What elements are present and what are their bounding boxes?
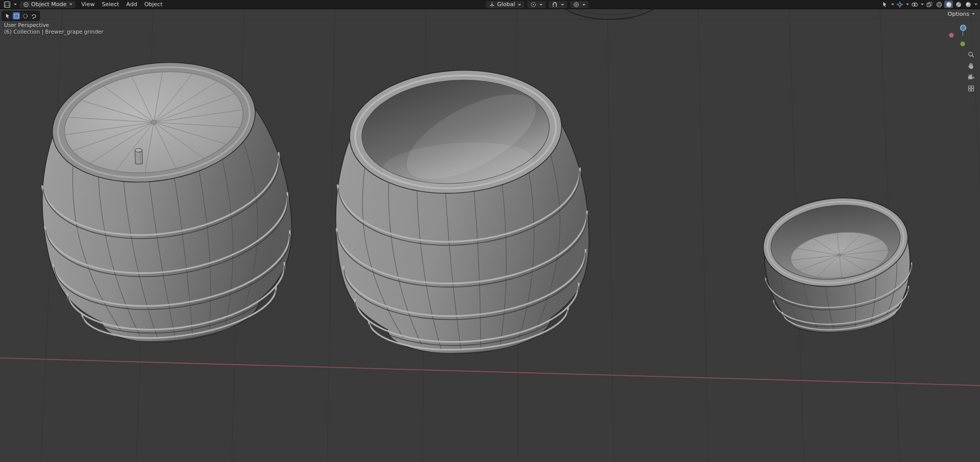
shading-material-button[interactable] bbox=[954, 1, 963, 8]
view-info: User Perspective (6) Collection | Brewer… bbox=[4, 22, 104, 35]
pan-button[interactable] bbox=[966, 61, 975, 70]
object-type-filter-button[interactable] bbox=[880, 1, 889, 8]
xray-toggle-icon bbox=[926, 1, 933, 8]
snap-dropdown[interactable] bbox=[549, 1, 567, 8]
view-perspective-label: User Perspective bbox=[4, 22, 104, 29]
tool-settings-strip bbox=[2, 11, 40, 21]
pointer-filter-icon bbox=[881, 1, 889, 8]
mode-dropdown[interactable]: Object Mode bbox=[20, 1, 76, 8]
lasso-select-tool[interactable] bbox=[30, 12, 37, 19]
pan-hand-icon bbox=[967, 62, 975, 70]
barrel-closed[interactable] bbox=[23, 47, 307, 357]
shading-solid-icon bbox=[945, 1, 952, 8]
circle-select-tool[interactable] bbox=[21, 12, 29, 19]
show-gizmo-toggle[interactable] bbox=[895, 1, 904, 8]
chevron-down-icon bbox=[561, 4, 564, 6]
chevron-down-icon bbox=[906, 4, 909, 5]
box-select-icon bbox=[14, 13, 19, 19]
box-select-tool[interactable] bbox=[13, 12, 20, 19]
chevron-down-icon bbox=[921, 4, 924, 5]
active-collection-label: (6) Collection | Brewer_grape grinder bbox=[4, 29, 104, 35]
tweak-select-icon bbox=[5, 13, 11, 19]
grinder-basin[interactable] bbox=[758, 191, 918, 339]
pivot-point-dropdown[interactable] bbox=[527, 1, 546, 8]
gizmo-toggle-icon bbox=[896, 1, 903, 8]
menu-object[interactable]: Object bbox=[141, 0, 166, 9]
menu-select[interactable]: Select bbox=[98, 0, 122, 9]
editor-type-3d-viewport-icon bbox=[4, 1, 11, 8]
shading-rendered-button[interactable] bbox=[964, 1, 972, 8]
chevron-down-icon bbox=[14, 4, 17, 5]
ortho-grid-icon bbox=[967, 85, 975, 92]
global-orientation-icon bbox=[489, 2, 495, 8]
transform-orientation-dropdown[interactable]: Global bbox=[486, 1, 524, 8]
gizmo-z-axis-handle[interactable] bbox=[961, 25, 966, 31]
gizmo-x-axis-handle[interactable] bbox=[949, 33, 953, 37]
lid-bung-peg bbox=[135, 148, 142, 164]
orientation-label: Global bbox=[497, 1, 515, 8]
tweak-select-tool[interactable] bbox=[4, 12, 11, 19]
chevron-down-icon bbox=[972, 13, 975, 15]
shading-wireframe-button[interactable] bbox=[935, 1, 943, 8]
viewport-header-bar: Object Mode View Select Add Object Globa… bbox=[0, 0, 980, 9]
gizmo-y-axis-handle[interactable] bbox=[960, 41, 965, 46]
chevron-down-icon bbox=[891, 4, 894, 5]
chevron-down-icon bbox=[69, 4, 72, 5]
viewport-menus: View Select Add Object bbox=[78, 0, 166, 9]
mode-label: Object Mode bbox=[31, 1, 66, 8]
chevron-down-icon bbox=[582, 4, 585, 6]
show-overlays-toggle[interactable] bbox=[910, 1, 919, 8]
lasso-select-icon bbox=[31, 13, 37, 19]
menu-add[interactable]: Add bbox=[122, 0, 140, 9]
shading-solid-button[interactable] bbox=[944, 1, 953, 8]
toggle-ortho-button[interactable] bbox=[966, 84, 975, 93]
options-label: Options bbox=[948, 11, 969, 17]
viewport-side-buttons bbox=[966, 50, 975, 93]
navigation-gizmo[interactable] bbox=[948, 23, 975, 49]
toggle-xray-button[interactable] bbox=[925, 1, 934, 8]
camera-view-button[interactable] bbox=[966, 72, 975, 82]
menu-view[interactable]: View bbox=[78, 0, 98, 9]
shading-wireframe-icon bbox=[936, 1, 943, 8]
circle-select-icon bbox=[22, 13, 28, 19]
camera-view-icon bbox=[967, 73, 975, 81]
editor-type-button[interactable] bbox=[3, 1, 18, 8]
viewport-canvas[interactable] bbox=[0, 9, 980, 462]
barrel-open[interactable] bbox=[326, 62, 597, 362]
zoom-icon bbox=[967, 51, 975, 59]
viewport[interactable]: Options User Perspective (6) Collection … bbox=[0, 9, 980, 462]
options-dropdown[interactable]: Options bbox=[948, 11, 975, 17]
object-mode-icon bbox=[23, 2, 29, 8]
shading-material-icon bbox=[955, 1, 962, 8]
overlays-toggle-icon bbox=[911, 1, 918, 8]
pivot-point-icon bbox=[530, 2, 536, 8]
chevron-down-icon bbox=[540, 4, 543, 6]
chevron-down-icon bbox=[518, 4, 521, 6]
zoom-button[interactable] bbox=[966, 50, 975, 59]
shading-rendered-icon bbox=[965, 1, 972, 8]
chevron-down-icon bbox=[974, 4, 977, 5]
proportional-editing-dropdown[interactable] bbox=[570, 1, 589, 8]
background-object-partial[interactable] bbox=[556, 9, 663, 19]
snap-magnet-icon bbox=[552, 2, 558, 8]
proportional-editing-icon bbox=[573, 2, 579, 8]
x-axis-line bbox=[0, 358, 980, 386]
